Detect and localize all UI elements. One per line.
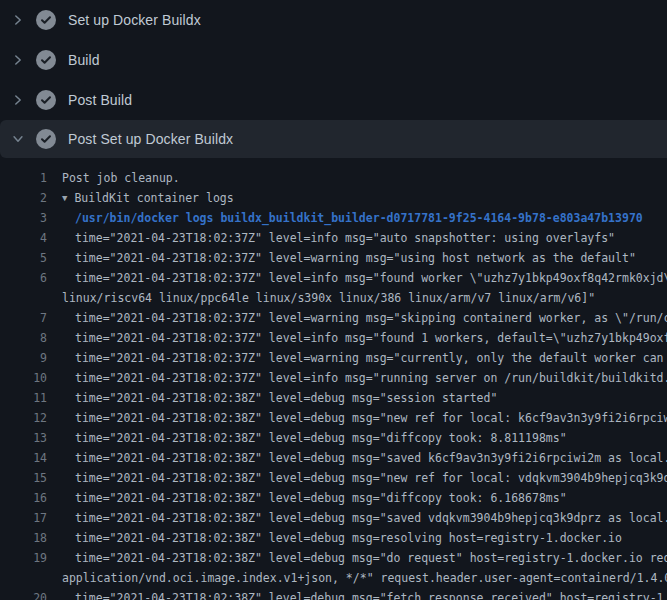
log-line-text: ▼time="2021-04-23T18:02:38Z" level=debug… — [62, 508, 667, 528]
log-line: 19 ▼time="2021-04-23T18:02:38Z" level=de… — [0, 548, 667, 568]
log-line-text: ▼time="2021-04-23T18:02:38Z" level=debug… — [62, 468, 667, 488]
log-line-number[interactable]: 13 — [0, 428, 47, 448]
log-line-text: ▼time="2021-04-23T18:02:37Z" level=info … — [62, 368, 667, 388]
log-line-text-content: time="2021-04-23T18:02:37Z" level=info m… — [75, 371, 667, 385]
log-line-number[interactable]: 3 — [0, 208, 47, 228]
log-line-text: ▼time="2021-04-23T18:02:37Z" level=info … — [62, 328, 667, 348]
log-line-number[interactable]: 18 — [0, 528, 47, 548]
log-line-text-content: time="2021-04-23T18:02:38Z" level=debug … — [75, 391, 497, 405]
step-section-label: Set up Docker Buildx — [68, 12, 201, 28]
log-line-text-content: time="2021-04-23T18:02:38Z" level=debug … — [75, 431, 567, 445]
step-section-label: Build — [68, 52, 100, 68]
steps-list: Set up Docker Buildx Build — [0, 0, 667, 158]
log-line-text-content: time="2021-04-23T18:02:38Z" level=debug … — [75, 491, 567, 505]
step-section-set-up-docker-buildx[interactable]: Set up Docker Buildx — [0, 0, 667, 40]
log-line-text-content: time="2021-04-23T18:02:37Z" level=info m… — [75, 271, 667, 285]
log-line-text-content: time="2021-04-23T18:02:37Z" level=warnin… — [75, 251, 636, 265]
log-line-text: ▼time="2021-04-23T18:02:38Z" level=debug… — [62, 528, 622, 548]
step-section-label: Post Set up Docker Buildx — [68, 131, 233, 147]
log-line: 4 ▼time="2021-04-23T18:02:37Z" level=inf… — [0, 228, 667, 248]
log-line-text-content: time="2021-04-23T18:02:37Z" level=warnin… — [75, 311, 667, 325]
log-line-text-content: time="2021-04-23T18:02:38Z" level=debug … — [75, 451, 667, 465]
chevron-right-icon[interactable] — [10, 52, 26, 68]
log-area: 1 ▼Post job cleanup. 2 ▼BuildKit contain… — [0, 158, 667, 600]
log-line-text: ▼time="2021-04-23T18:02:38Z" level=debug… — [62, 548, 667, 568]
log-line: 13 ▼time="2021-04-23T18:02:38Z" level=de… — [0, 428, 667, 448]
log-line-text: ▼time="2021-04-23T18:02:37Z" level=info … — [62, 268, 667, 288]
log-line-number[interactable]: 14 — [0, 448, 47, 468]
log-line-text-content: time="2021-04-23T18:02:38Z" level=debug … — [75, 551, 667, 565]
log-line-text-content: time="2021-04-23T18:02:37Z" level=info m… — [75, 231, 615, 245]
log-line-number[interactable] — [0, 568, 47, 588]
log-line-text-content: BuildKit container logs — [74, 191, 233, 205]
log-line-text-content: Post job cleanup. — [62, 171, 180, 185]
log-line-number[interactable]: 2 — [0, 188, 47, 208]
log-line-text: ▼time="2021-04-23T18:02:38Z" level=debug… — [62, 448, 667, 468]
group-expand-triangle-icon[interactable]: ▼ — [62, 193, 67, 203]
check-circle-icon — [36, 10, 56, 30]
check-circle-icon — [36, 50, 56, 70]
log-line-text-content: time="2021-04-23T18:02:38Z" level=debug … — [75, 531, 622, 545]
log-line-number[interactable]: 17 — [0, 508, 47, 528]
log-line-text: ▼time="2021-04-23T18:02:38Z" level=debug… — [62, 588, 667, 600]
log-line: 8 ▼time="2021-04-23T18:02:37Z" level=inf… — [0, 328, 667, 348]
log-line: 14 ▼time="2021-04-23T18:02:38Z" level=de… — [0, 448, 667, 468]
log-line-text: ▼time="2021-04-23T18:02:38Z" level=debug… — [62, 428, 567, 448]
chevron-down-icon[interactable] — [10, 131, 26, 147]
log-line-text-content: time="2021-04-23T18:02:37Z" level=warnin… — [75, 351, 667, 365]
check-circle-icon — [36, 90, 56, 110]
log-line-number[interactable]: 19 — [0, 548, 47, 568]
log-line-text: ▼linux/riscv64 linux/ppc64le linux/s390x… — [62, 288, 595, 308]
step-section-post-build[interactable]: Post Build — [0, 80, 667, 120]
log-line: 17 ▼time="2021-04-23T18:02:38Z" level=de… — [0, 508, 667, 528]
check-circle-icon — [36, 129, 56, 149]
log-line-number[interactable] — [0, 288, 47, 308]
log-line: 7 ▼time="2021-04-23T18:02:37Z" level=war… — [0, 308, 667, 328]
log-line: 16 ▼time="2021-04-23T18:02:38Z" level=de… — [0, 488, 667, 508]
log-line-number[interactable]: 16 — [0, 488, 47, 508]
log-line: 6 ▼time="2021-04-23T18:02:37Z" level=inf… — [0, 268, 667, 288]
log-line-number[interactable]: 4 — [0, 228, 47, 248]
log-line: ▼application/vnd.oci.image.index.v1+json… — [0, 568, 667, 588]
log-line-number[interactable]: 7 — [0, 308, 47, 328]
log-line: 9 ▼time="2021-04-23T18:02:37Z" level=war… — [0, 348, 667, 368]
log-line: 1 ▼Post job cleanup. — [0, 168, 667, 188]
log-line-number[interactable]: 12 — [0, 408, 47, 428]
log-line-text: ▼time="2021-04-23T18:02:37Z" level=info … — [62, 228, 615, 248]
chevron-right-icon[interactable] — [10, 12, 26, 28]
log-line: ▼linux/riscv64 linux/ppc64le linux/s390x… — [0, 288, 667, 308]
log-line: 3 ▼/usr/bin/docker logs buildx_buildkit_… — [0, 208, 667, 228]
log-line: 10 ▼time="2021-04-23T18:02:37Z" level=in… — [0, 368, 667, 388]
log-line: 2 ▼BuildKit container logs — [0, 188, 667, 208]
log-line-text: ▼time="2021-04-23T18:02:37Z" level=warni… — [62, 248, 636, 268]
step-section-post-set-up-docker-buildx[interactable]: Post Set up Docker Buildx — [0, 120, 667, 158]
log-line-text-content: time="2021-04-23T18:02:38Z" level=debug … — [75, 511, 667, 525]
log-line-text: ▼time="2021-04-23T18:02:38Z" level=debug… — [62, 488, 567, 508]
log-line-text: ▼Post job cleanup. — [62, 168, 180, 188]
step-section-build[interactable]: Build — [0, 40, 667, 80]
log-line: 11 ▼time="2021-04-23T18:02:38Z" level=de… — [0, 388, 667, 408]
step-section-label: Post Build — [68, 92, 132, 108]
log-line-text-content: time="2021-04-23T18:02:38Z" level=debug … — [75, 471, 667, 485]
log-line-text: ▼time="2021-04-23T18:02:38Z" level=debug… — [62, 388, 497, 408]
log-line-number[interactable]: 8 — [0, 328, 47, 348]
log-line-number[interactable]: 9 — [0, 348, 47, 368]
log-line-text: ▼time="2021-04-23T18:02:37Z" level=warni… — [62, 348, 667, 368]
chevron-right-icon[interactable] — [10, 92, 26, 108]
log-line-text-content: linux/riscv64 linux/ppc64le linux/s390x … — [62, 291, 595, 305]
log-line-number[interactable]: 11 — [0, 388, 47, 408]
log-line-number[interactable]: 1 — [0, 168, 47, 188]
log-line-number[interactable]: 10 — [0, 368, 47, 388]
log-line-text-content: time="2021-04-23T18:02:38Z" level=debug … — [75, 591, 667, 600]
log-line: 20 ▼time="2021-04-23T18:02:38Z" level=de… — [0, 588, 667, 600]
log-line-text: ▼/usr/bin/docker logs buildx_buildkit_bu… — [62, 208, 643, 228]
log-line-number[interactable]: 5 — [0, 248, 47, 268]
log-line: 15 ▼time="2021-04-23T18:02:38Z" level=de… — [0, 468, 667, 488]
log-line-text-content: /usr/bin/docker logs buildx_buildkit_bui… — [75, 211, 643, 225]
log-line-number[interactable]: 6 — [0, 268, 47, 288]
log-line: 5 ▼time="2021-04-23T18:02:37Z" level=war… — [0, 248, 667, 268]
log-line-text-content: application/vnd.oci.image.index.v1+json,… — [62, 571, 667, 585]
log-line-text: ▼application/vnd.oci.image.index.v1+json… — [62, 568, 667, 588]
log-line-number[interactable]: 20 — [0, 588, 47, 600]
log-line-number[interactable]: 15 — [0, 468, 47, 488]
